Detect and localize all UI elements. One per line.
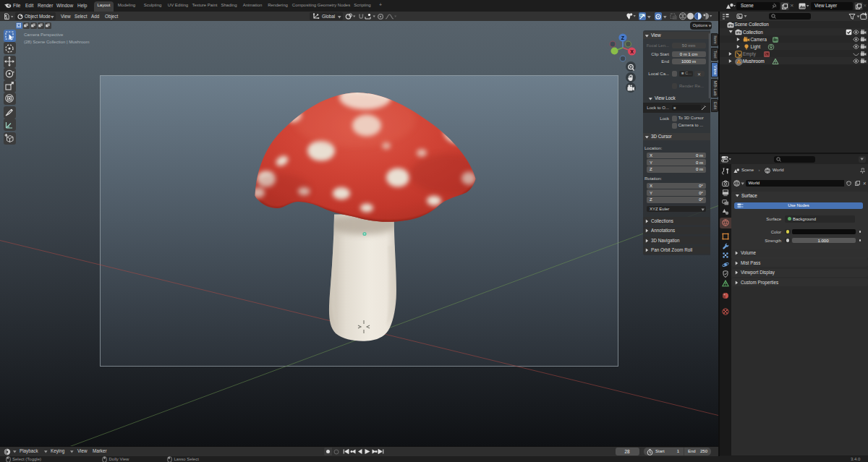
svg-text:Z: Z: [621, 35, 625, 40]
svg-text:X: X: [630, 49, 634, 54]
